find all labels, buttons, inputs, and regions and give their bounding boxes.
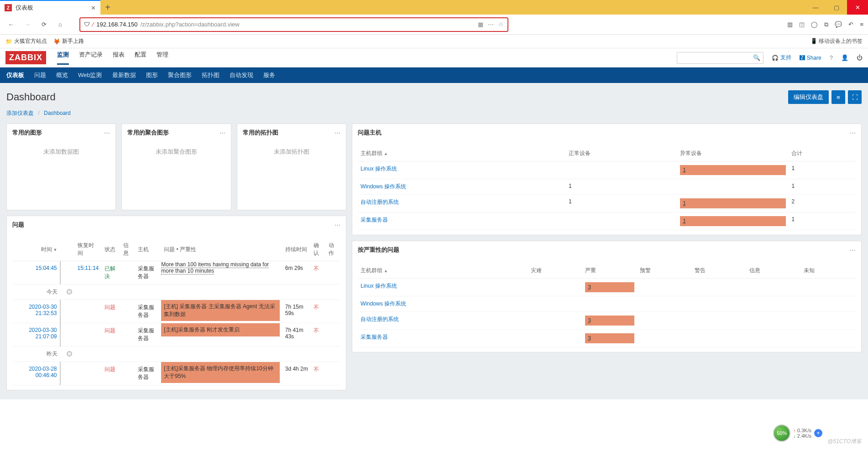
col-total[interactable]: 合计: [789, 146, 856, 161]
menu-reports[interactable]: 报表: [113, 51, 125, 65]
insecure-icon[interactable]: ⁄: [93, 21, 94, 28]
widget-menu-icon[interactable]: ⋯: [335, 222, 340, 228]
submenu-overview[interactable]: 概览: [56, 71, 68, 79]
col-status[interactable]: 状态: [102, 238, 120, 261]
time-link[interactable]: 2020-03-30 21:32:53: [29, 304, 57, 316]
col-host[interactable]: 主机: [135, 238, 161, 261]
widget-menu-icon[interactable]: ⋯: [104, 129, 110, 136]
col-unknown[interactable]: 未知: [801, 263, 856, 279]
qr-icon[interactable]: ▦: [478, 21, 483, 28]
user-icon[interactable]: 👤: [841, 54, 848, 61]
fullscreen-icon[interactable]: ⛶: [848, 90, 862, 104]
page-actions-icon[interactable]: ⋯: [488, 21, 494, 28]
time-link[interactable]: 2020-03-30 21:07:09: [29, 327, 57, 340]
col-disaster[interactable]: 灾难: [528, 263, 583, 279]
shield-icon[interactable]: 🛡: [84, 21, 90, 28]
account-icon[interactable]: ◯: [811, 21, 818, 28]
tab-close-icon[interactable]: ✕: [91, 5, 96, 11]
col-bad[interactable]: 异常设备: [677, 146, 789, 161]
power-icon[interactable]: ⏻: [857, 54, 863, 61]
high-count[interactable]: 3: [585, 333, 634, 343]
window-close-icon[interactable]: ✕: [847, 0, 868, 15]
share-link[interactable]: ZShare: [800, 55, 821, 61]
menu-inventory[interactable]: 资产记录: [79, 51, 103, 65]
ack-link[interactable]: 不: [314, 366, 319, 372]
library-icon[interactable]: ▥: [787, 21, 793, 28]
home-button[interactable]: ⌂: [54, 18, 67, 31]
menu-monitoring[interactable]: 监测: [57, 51, 69, 65]
reload-button[interactable]: ⟳: [37, 18, 50, 31]
group-link[interactable]: Linux 操作系统: [361, 166, 397, 172]
col-info[interactable]: 信息: [747, 263, 801, 279]
new-tab-button[interactable]: +: [100, 0, 115, 15]
submenu-screens[interactable]: 聚合图形: [168, 71, 192, 79]
window-minimize-icon[interactable]: —: [805, 0, 826, 15]
col-ack[interactable]: 确认: [311, 238, 325, 261]
col-avg[interactable]: 预警: [637, 263, 692, 279]
group-link[interactable]: Linux 操作系统: [361, 283, 397, 289]
mobile-bookmarks[interactable]: 📱 移动设备上的书签: [810, 37, 863, 45]
forward-button[interactable]: →: [21, 18, 34, 31]
breadcrumb-dashboard[interactable]: Dashboard: [44, 110, 71, 116]
col-duration[interactable]: 持续时间: [282, 238, 311, 261]
browser-tab[interactable]: Z 仪表板 ✕: [0, 0, 100, 15]
group-link[interactable]: Windows 操作系统: [361, 183, 406, 190]
group-link[interactable]: 自动注册的系统: [361, 316, 399, 322]
time-link[interactable]: 2020-03-28 00:46:40: [29, 366, 57, 378]
widget-menu-icon[interactable]: ⋯: [850, 247, 856, 253]
breadcrumb-add[interactable]: 添加仪表盘: [6, 110, 34, 116]
menu-icon[interactable]: ≡: [860, 21, 863, 28]
high-count[interactable]: 3: [585, 316, 634, 326]
group-link[interactable]: 采集服务器: [361, 334, 388, 340]
widget-menu-icon[interactable]: ⋯: [335, 129, 340, 136]
problem-issue[interactable]: More than 100 items having missing data …: [161, 261, 269, 274]
submenu-dashboard[interactable]: 仪表板: [6, 71, 24, 79]
url-bar[interactable]: 🛡 ⁄ 192.168.74.150/z/zabbix.php?action=d…: [79, 17, 508, 32]
host-cell[interactable]: 采集服务器: [135, 261, 161, 284]
high-count[interactable]: 3: [585, 282, 634, 292]
submenu-services[interactable]: 服务: [263, 71, 275, 79]
undo-icon[interactable]: ↶: [848, 21, 853, 28]
ack-link[interactable]: 不: [314, 327, 319, 334]
bad-count[interactable]: 1: [680, 198, 786, 208]
menu-config[interactable]: 配置: [135, 51, 146, 65]
chat-icon[interactable]: 💬: [835, 21, 842, 28]
problem-issue[interactable]: [主机] 采集服务器 主采集服务器 Agent 无法采集到数据: [161, 300, 279, 321]
extension-icon[interactable]: ⧉: [824, 21, 828, 28]
recovery-link[interactable]: 15:11:14: [78, 265, 99, 271]
widget-menu-icon[interactable]: ⋯: [850, 129, 856, 136]
bookmark-getting-started[interactable]: 🦊新手上路: [53, 37, 84, 45]
col-actions[interactable]: 动作: [326, 238, 340, 261]
submenu-maps[interactable]: 拓扑图: [202, 71, 220, 79]
window-maximize-icon[interactable]: ▢: [826, 0, 847, 15]
col-recovery[interactable]: 恢复时间: [75, 238, 102, 261]
group-link[interactable]: 采集服务器: [361, 217, 388, 223]
col-group[interactable]: 主机群组: [358, 263, 528, 279]
logo[interactable]: ZABBIX: [5, 51, 46, 64]
col-issue[interactable]: 问题 • 严重性: [161, 238, 282, 261]
problem-issue[interactable]: [主机]采集服务器 物理内存使用率持续10分钟大于95%: [161, 362, 279, 383]
bad-count[interactable]: 1: [680, 165, 786, 175]
widget-menu-icon[interactable]: ⋯: [220, 129, 225, 136]
support-link[interactable]: 🎧支持: [772, 54, 791, 62]
ack-link[interactable]: 不: [314, 304, 319, 310]
bad-count[interactable]: 1: [680, 216, 786, 226]
submenu-discovery[interactable]: 自动发现: [230, 71, 253, 79]
time-link[interactable]: 15:04:45: [36, 265, 57, 271]
col-warn[interactable]: 警告: [692, 263, 747, 279]
host-cell[interactable]: 采集服务器: [135, 362, 161, 385]
help-icon[interactable]: ?: [830, 54, 833, 61]
list-icon[interactable]: ≡: [831, 90, 845, 104]
problem-issue[interactable]: [主机]采集服务器 刚才发生重启: [161, 323, 279, 336]
back-button[interactable]: ←: [5, 18, 17, 31]
col-group[interactable]: 主机群组: [358, 146, 566, 161]
bookmark-firefox[interactable]: 📁火狐官方站点: [5, 37, 47, 45]
host-cell[interactable]: 采集服务器: [135, 300, 161, 323]
menu-admin[interactable]: 管理: [157, 51, 168, 65]
group-link[interactable]: Windows 操作系统: [361, 300, 406, 307]
submenu-graphs[interactable]: 图形: [146, 71, 158, 79]
col-high[interactable]: 严重: [582, 263, 637, 279]
col-time[interactable]: 时间: [12, 238, 60, 261]
edit-dashboard-button[interactable]: 编辑仪表盘: [788, 90, 829, 104]
col-info[interactable]: 信息: [120, 238, 135, 261]
